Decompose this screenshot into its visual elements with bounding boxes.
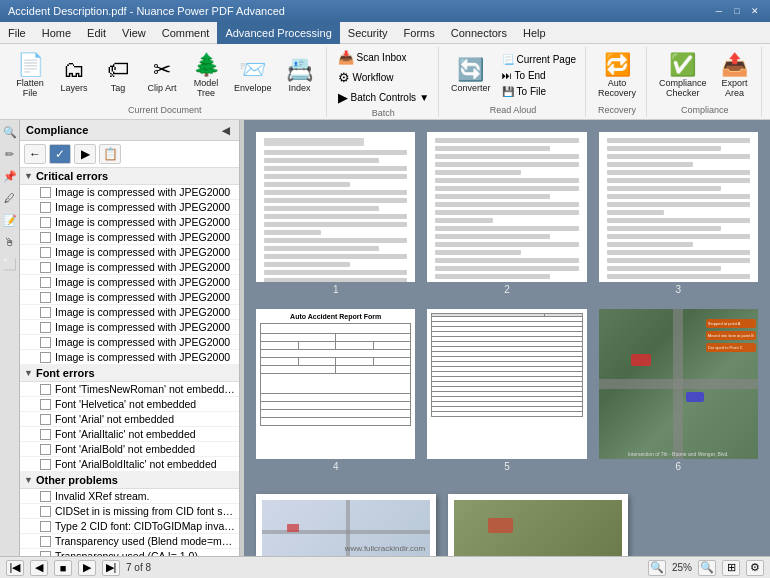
menu-connectors[interactable]: Connectors bbox=[443, 22, 515, 44]
left-sidebar: 🔍 ✏ 📌 🖊 📝 🖱 ⬜ bbox=[0, 120, 20, 556]
envelope-button[interactable]: 📨 Envelope bbox=[230, 57, 276, 95]
compliance-back-button[interactable]: ← bbox=[24, 144, 46, 164]
diagram-page[interactable]: Accident Diagram 11.14 × 8.26 in bbox=[256, 494, 436, 556]
item-checkbox[interactable] bbox=[40, 399, 51, 410]
tree-item: Image is compressed with JPEG2000 bbox=[20, 350, 239, 365]
sidebar-icon-7[interactable]: ⬜ bbox=[2, 256, 18, 272]
current-page-button[interactable]: 📃Current Page bbox=[499, 53, 579, 66]
stop-button[interactable]: ■ bbox=[54, 560, 72, 576]
item-checkbox[interactable] bbox=[40, 232, 51, 243]
doc-page[interactable]: 5 bbox=[427, 309, 586, 474]
menu-security[interactable]: Security bbox=[340, 22, 396, 44]
zoom-out-button[interactable]: 🔍 bbox=[648, 560, 666, 576]
maximize-button[interactable]: □ bbox=[730, 4, 744, 18]
workflow-button[interactable]: ⚙ Workflow bbox=[335, 69, 433, 86]
menu-file[interactable]: File bbox=[0, 22, 34, 44]
compliance-run-button[interactable]: ▶ bbox=[74, 144, 96, 164]
prev-page-button[interactable]: ◀ bbox=[30, 560, 48, 576]
menu-comment[interactable]: Comment bbox=[154, 22, 218, 44]
menu-edit[interactable]: Edit bbox=[79, 22, 114, 44]
sidebar-icon-2[interactable]: ✏ bbox=[2, 146, 18, 162]
scan-inbox-button[interactable]: 📥 Scan Inbox bbox=[335, 49, 433, 66]
first-page-button[interactable]: |◀ bbox=[6, 560, 24, 576]
converter-button[interactable]: 🔄 Converter bbox=[447, 57, 495, 95]
sidebar-icon-4[interactable]: 🖊 bbox=[2, 190, 18, 206]
settings-button[interactable]: ⚙ bbox=[746, 560, 764, 576]
sidebar-icon-6[interactable]: 🖱 bbox=[2, 234, 18, 250]
page-line bbox=[607, 266, 722, 271]
tag-button[interactable]: 🏷 Tag bbox=[98, 57, 138, 95]
page-line bbox=[607, 138, 750, 143]
page-line bbox=[264, 158, 379, 163]
layers-button[interactable]: 🗂 Layers bbox=[54, 57, 94, 95]
item-checkbox[interactable] bbox=[40, 217, 51, 228]
item-checkbox[interactable] bbox=[40, 262, 51, 273]
export-area-button[interactable]: 📤 ExportArea bbox=[715, 52, 755, 100]
item-checkbox[interactable] bbox=[40, 459, 51, 470]
doc-page[interactable]: Stopped at point A Moved into lane at po… bbox=[599, 309, 758, 474]
other-problems-header[interactable]: ▼ Other problems bbox=[20, 472, 239, 489]
critical-errors-header[interactable]: ▼ Critical errors bbox=[20, 168, 239, 185]
item-checkbox[interactable] bbox=[40, 506, 51, 517]
font-errors-header[interactable]: ▼ Font errors bbox=[20, 365, 239, 382]
compliance-check-button[interactable]: ✓ bbox=[49, 144, 71, 164]
photo-page[interactable] bbox=[448, 494, 628, 556]
item-checkbox[interactable] bbox=[40, 384, 51, 395]
item-checkbox[interactable] bbox=[40, 414, 51, 425]
model-tree-button[interactable]: 🌲 ModelTree bbox=[186, 52, 226, 100]
menu-home[interactable]: Home bbox=[34, 22, 79, 44]
item-checkbox[interactable] bbox=[40, 187, 51, 198]
item-checkbox[interactable] bbox=[40, 491, 51, 502]
item-checkbox[interactable] bbox=[40, 307, 51, 318]
item-checkbox[interactable] bbox=[40, 277, 51, 288]
fit-button[interactable]: ⊞ bbox=[722, 560, 740, 576]
item-checkbox[interactable] bbox=[40, 444, 51, 455]
page-line bbox=[264, 214, 407, 219]
sidebar-icon-1[interactable]: 🔍 bbox=[2, 124, 18, 140]
next-page-button[interactable]: ▶ bbox=[78, 560, 96, 576]
menu-help[interactable]: Help bbox=[515, 22, 554, 44]
compliance-copy-button[interactable]: 📋 bbox=[99, 144, 121, 164]
minimize-button[interactable]: ─ bbox=[712, 4, 726, 18]
item-checkbox[interactable] bbox=[40, 322, 51, 333]
item-checkbox[interactable] bbox=[40, 521, 51, 532]
clip-art-button[interactable]: ✂ Clip Art bbox=[142, 57, 182, 95]
sidebar-icon-5[interactable]: 📝 bbox=[2, 212, 18, 228]
item-checkbox[interactable] bbox=[40, 292, 51, 303]
batch-controls-button[interactable]: ▶ Batch Controls ▼ bbox=[335, 89, 433, 106]
to-file-button[interactable]: 💾To File bbox=[499, 85, 579, 98]
menu-view[interactable]: View bbox=[114, 22, 154, 44]
item-checkbox[interactable] bbox=[40, 352, 51, 363]
page-line bbox=[435, 194, 550, 199]
menu-forms[interactable]: Forms bbox=[396, 22, 443, 44]
other-problems-section: ▼ Other problems Invalid XRef stream. CI… bbox=[20, 472, 239, 556]
close-button[interactable]: ✕ bbox=[748, 4, 762, 18]
tree-item: Image is compressed with JPEG2000 bbox=[20, 335, 239, 350]
item-checkbox[interactable] bbox=[40, 247, 51, 258]
item-checkbox[interactable] bbox=[40, 551, 51, 557]
page-line bbox=[435, 186, 578, 191]
page-line bbox=[607, 226, 722, 231]
flatten-file-button[interactable]: 📄 FlattenFile bbox=[10, 52, 50, 100]
compliance-tree: ▼ Critical errors Image is compressed wi… bbox=[20, 168, 239, 556]
doc-page[interactable]: 2 bbox=[427, 132, 586, 297]
menu-advanced-processing[interactable]: Advanced Processing bbox=[217, 22, 339, 44]
item-checkbox[interactable] bbox=[40, 429, 51, 440]
compliance-checker-button[interactable]: ✅ ComplianceChecker bbox=[655, 52, 711, 100]
page-line bbox=[264, 166, 407, 171]
tree-item: Image is compressed with JPEG2000 bbox=[20, 275, 239, 290]
to-end-button[interactable]: ⏭To End bbox=[499, 69, 579, 82]
doc-page[interactable]: Auto Accident Report Form bbox=[256, 309, 415, 474]
item-checkbox[interactable] bbox=[40, 202, 51, 213]
last-page-button[interactable]: ▶| bbox=[102, 560, 120, 576]
item-checkbox[interactable] bbox=[40, 337, 51, 348]
item-checkbox[interactable] bbox=[40, 536, 51, 547]
model-tree-icon: 🌲 bbox=[193, 54, 220, 76]
doc-page[interactable]: 1 bbox=[256, 132, 415, 297]
sidebar-icon-3[interactable]: 📌 bbox=[2, 168, 18, 184]
index-button[interactable]: 📇 Index bbox=[280, 57, 320, 95]
zoom-in-button[interactable]: 🔍 bbox=[698, 560, 716, 576]
compliance-collapse-button[interactable]: ◀ bbox=[219, 123, 233, 137]
doc-page[interactable]: 3 bbox=[599, 132, 758, 297]
auto-recovery-button[interactable]: 🔁 AutoRecovery bbox=[594, 52, 640, 100]
